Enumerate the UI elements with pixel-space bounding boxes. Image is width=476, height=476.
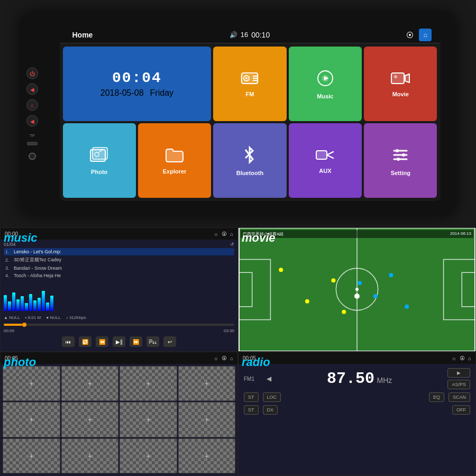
- track-num: 3.: [5, 266, 12, 271]
- track-item[interactable]: 2. 3D矫正音频Tez Cadey: [4, 255, 234, 264]
- eq-bar: [33, 300, 36, 311]
- tf-slot[interactable]: [27, 142, 38, 145]
- bluetooth-label: Bluetooth: [236, 170, 263, 176]
- home-button-side[interactable]: ⌂: [26, 99, 38, 111]
- movie-info-sub: 2014 06:13: [450, 231, 471, 237]
- photo-cell[interactable]: +: [61, 438, 119, 473]
- track-name: 3D矫正音频Tez Cadey: [14, 257, 233, 263]
- app-fm[interactable]: FM: [213, 47, 286, 121]
- photo-home-icon: ⌂: [230, 355, 233, 361]
- radio-st2-button[interactable]: ST: [244, 405, 259, 415]
- radio-sun-icon: ☼: [452, 355, 456, 361]
- photo-cell[interactable]: +: [3, 438, 60, 473]
- svg-point-23: [397, 158, 400, 161]
- radio-prev-arrow[interactable]: ◀: [267, 375, 271, 382]
- left-panel: ⏻ ◀ ⌂ ◀ TF: [26, 68, 38, 160]
- svg-point-22: [402, 153, 405, 157]
- eq-bar: [4, 295, 7, 311]
- app-music[interactable]: Music: [289, 47, 362, 121]
- app-aux[interactable]: AUX: [289, 123, 362, 198]
- photo-section-label: photo: [4, 355, 36, 369]
- photo-cell[interactable]: +: [178, 366, 236, 401]
- screen-topbar: Home 🔊 16 00:10 ⦿ ⌂: [60, 26, 441, 43]
- volume-icon: 🔊: [230, 31, 237, 39]
- photo-cell[interactable]: +: [61, 366, 119, 401]
- svg-marker-11: [405, 74, 409, 83]
- progress-times: 00:05 03:30: [4, 328, 234, 333]
- photo-topbar: 00:05 ☼ ⦿ ⌂: [1, 352, 237, 364]
- equalizer: [4, 292, 234, 313]
- power-button[interactable]: ⏻: [26, 68, 38, 79]
- movie-overlay: 巴西世界杯小組賽A組 2014 06:13: [239, 228, 475, 351]
- play-pause-button[interactable]: ▶‖: [113, 336, 125, 347]
- movie-icon: [390, 71, 410, 89]
- bluetooth-icon: [242, 145, 257, 168]
- radio-st-loc-row: ST LOC EQ SCAN: [244, 392, 470, 402]
- photo-cell[interactable]: +: [120, 402, 177, 437]
- photo-cell[interactable]: +: [178, 402, 236, 437]
- app-explorer[interactable]: Explorer: [138, 123, 211, 198]
- photo-cell[interactable]: +: [61, 402, 119, 437]
- app-setting[interactable]: Setting: [364, 123, 437, 198]
- radio-loc-button[interactable]: LOC: [263, 392, 281, 402]
- track-list: 1. Lensko - Let's Gol.mp: 2. 3D矫正音频Tez C…: [4, 248, 234, 291]
- eq-bar: [42, 291, 45, 311]
- return-button[interactable]: ↩: [163, 336, 176, 347]
- back-button[interactable]: ◀: [26, 115, 38, 127]
- track-item[interactable]: 4. Tosch - Aloha Heja He: [4, 272, 234, 279]
- clock-cell[interactable]: 00:04 2018-05-08 Friday: [63, 47, 212, 121]
- radio-band-row: FM1 ◀ 87.50 MHz ▶ AS/PS: [244, 368, 470, 389]
- volume-up-button[interactable]: ◀: [26, 84, 38, 95]
- power-icon: ⏻: [30, 70, 35, 76]
- home-icon-side: ⌂: [31, 102, 34, 108]
- svg-point-12: [394, 75, 397, 78]
- photo-topbar-icons: ☼ ⦿ ⌂: [214, 355, 233, 361]
- setting-icon: [391, 145, 410, 168]
- photo-cell[interactable]: +: [3, 402, 60, 437]
- audio-jack: [29, 153, 36, 160]
- photo-cell[interactable]: +: [3, 366, 60, 401]
- app-photo[interactable]: Photo: [63, 123, 136, 198]
- eq-bar: [12, 292, 15, 311]
- clock-day: Friday: [150, 88, 173, 98]
- forward-button[interactable]: ⏩: [130, 336, 142, 347]
- photo-label: Photo: [91, 169, 107, 175]
- radio-scan-button[interactable]: SCAN: [448, 392, 470, 402]
- radio-off-button[interactable]: OFF: [452, 405, 470, 415]
- eq-bar: [50, 296, 53, 311]
- movie-content: 巴西世界杯小組賽A組 2014 06:13: [239, 228, 475, 351]
- app-bluetooth[interactable]: Bluetooth: [213, 123, 286, 198]
- svg-rect-10: [391, 73, 404, 84]
- home-icon-button[interactable]: ⌂: [419, 29, 432, 41]
- photo-cell[interactable]: +: [120, 438, 177, 473]
- svg-point-3: [245, 77, 248, 79]
- music-progress-bar[interactable]: [4, 324, 234, 326]
- app-movie[interactable]: Movie: [364, 47, 437, 121]
- photo-cell[interactable]: +: [120, 366, 177, 401]
- volume-number: 16: [241, 31, 248, 39]
- movie-top-info: 巴西世界杯小組賽A組 2014 06:13: [241, 230, 473, 238]
- radio-as-ps-button[interactable]: AS/PS: [447, 380, 470, 389]
- home-arrow-icon: ⌂: [424, 31, 427, 39]
- track-num: 1.: [5, 249, 12, 254]
- repeat-button[interactable]: 🔁: [79, 336, 91, 347]
- track-item[interactable]: 3. Bandari - Snow Dream: [4, 264, 234, 272]
- radio-dx-button[interactable]: DX: [263, 405, 278, 415]
- radio-st-button[interactable]: ST: [244, 392, 259, 402]
- track-item[interactable]: 1. Lensko - Let's Gol.mp:: [4, 248, 234, 255]
- music-meta-null1: ▲ NULL: [4, 315, 20, 320]
- back-icon: ◀: [30, 118, 34, 124]
- playlist-button[interactable]: P₂₁: [147, 336, 159, 347]
- music-sun-icon: ☼: [214, 231, 218, 237]
- rewind-button[interactable]: ⏪: [96, 336, 108, 347]
- radio-play-button[interactable]: ▶: [447, 368, 470, 378]
- tf-label: TF: [30, 133, 35, 138]
- radio-home-icon: ⌂: [468, 355, 471, 361]
- photo-sun-icon: ☼: [214, 355, 218, 361]
- music-meta-bitrate: ♪ 312Kbps: [66, 315, 86, 320]
- radio-eq-button[interactable]: EQ: [429, 392, 444, 402]
- time-start: 00:05: [4, 328, 14, 333]
- radio-bt-icon: ⦿: [460, 355, 465, 361]
- photo-cell[interactable]: +: [178, 438, 236, 473]
- prev-button[interactable]: ⏮: [62, 336, 75, 347]
